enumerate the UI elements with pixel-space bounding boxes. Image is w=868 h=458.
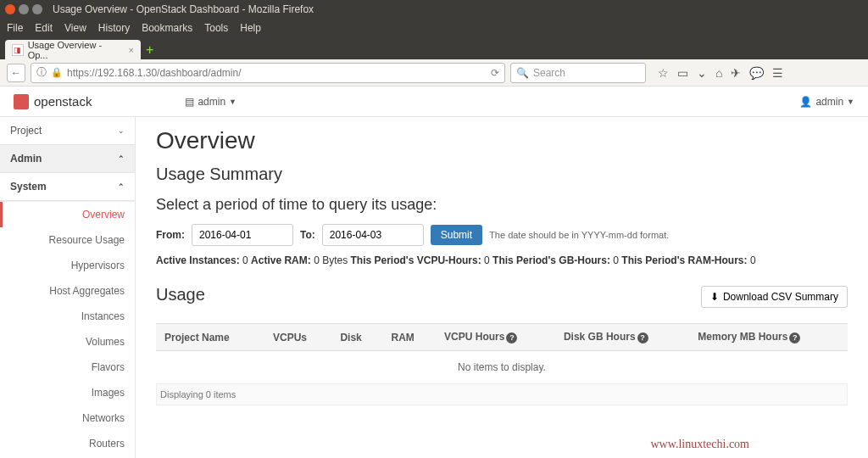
col-disk-gb-hours[interactable]: Disk GB Hours? bbox=[555, 324, 689, 351]
window-maximize-icon[interactable] bbox=[32, 4, 42, 14]
domain-label: admin bbox=[198, 96, 225, 108]
new-tab-button[interactable]: + bbox=[146, 42, 153, 58]
chevron-down-icon: ▼ bbox=[847, 98, 854, 106]
url-text: https://192.168.1.30/dashboard/admin/ bbox=[67, 67, 241, 79]
user-label: admin bbox=[815, 96, 843, 108]
url-bar[interactable]: ⓘ 🔒 https://192.168.1.30/dashboard/admin… bbox=[31, 63, 505, 83]
help-icon[interactable]: ? bbox=[506, 332, 517, 344]
search-icon: 🔍 bbox=[516, 67, 529, 79]
chat-icon[interactable]: 💬 bbox=[749, 66, 764, 80]
query-title: Select a period of time to query its usa… bbox=[156, 196, 848, 214]
sidebar-item-networks[interactable]: Networks bbox=[0, 405, 135, 431]
sidebar-section-admin[interactable]: Admin ⌃ bbox=[0, 145, 135, 173]
info-icon[interactable]: ⓘ bbox=[36, 65, 47, 80]
stats-row: Active Instances: 0 Active RAM: 0 Bytes … bbox=[156, 254, 848, 266]
menu-tools[interactable]: Tools bbox=[204, 22, 228, 34]
sidebar-item-overview[interactable]: Overview bbox=[0, 202, 135, 227]
sidebar-item-routers[interactable]: Routers bbox=[0, 431, 135, 456]
back-button[interactable]: ← bbox=[7, 64, 25, 82]
window-close-icon[interactable] bbox=[5, 4, 15, 14]
window-titlebar: Usage Overview - OpenStack Dashboard - M… bbox=[0, 0, 868, 19]
home-icon[interactable]: ⌂ bbox=[715, 66, 722, 80]
app-menubar: File Edit View History Bookmarks Tools H… bbox=[0, 19, 868, 37]
to-date-input[interactable] bbox=[322, 224, 424, 246]
sidebar-item-instances[interactable]: Instances bbox=[0, 304, 135, 329]
menu-view[interactable]: View bbox=[64, 22, 86, 34]
sidebar-section-project[interactable]: Project ⌄ bbox=[0, 117, 135, 145]
openstack-logo[interactable]: openstack bbox=[14, 94, 92, 109]
sidebar-item-flavors[interactable]: Flavors bbox=[0, 355, 135, 380]
menu-file[interactable]: File bbox=[7, 22, 23, 34]
table-footer: Displaying 0 items bbox=[156, 384, 848, 405]
main-content: Overview Usage Summary Select a period o… bbox=[136, 117, 868, 458]
user-icon: 👤 bbox=[799, 96, 812, 108]
window-title: Usage Overview - OpenStack Dashboard - M… bbox=[53, 3, 314, 15]
from-label: From: bbox=[156, 229, 185, 241]
chevron-down-icon: ▼ bbox=[229, 98, 236, 106]
browser-tabbar: ◨ Usage Overview - Op... × + bbox=[0, 37, 868, 59]
watermark: www.linuxtechi.com bbox=[650, 438, 749, 451]
to-label: To: bbox=[300, 229, 315, 241]
sidebar-item-resource-usage[interactable]: Resource Usage bbox=[0, 227, 135, 253]
send-icon[interactable]: ✈ bbox=[731, 66, 741, 80]
tab-title: Usage Overview - Op... bbox=[28, 40, 122, 60]
help-icon[interactable]: ? bbox=[789, 332, 800, 344]
sidebar-item-hypervisors[interactable]: Hypervisors bbox=[0, 253, 135, 278]
col-memory-mb-hours[interactable]: Memory MB Hours? bbox=[689, 324, 848, 351]
sidebar-item-images[interactable]: Images bbox=[0, 380, 135, 405]
browser-tab[interactable]: ◨ Usage Overview - Op... × bbox=[5, 40, 141, 59]
openstack-logo-icon bbox=[14, 94, 29, 109]
col-vcpu-hours[interactable]: VCPU Hours? bbox=[436, 324, 555, 351]
favicon-icon: ◨ bbox=[12, 44, 24, 56]
col-ram[interactable]: RAM bbox=[382, 324, 436, 351]
table-empty-message: No items to display. bbox=[156, 351, 848, 384]
star-icon[interactable]: ☆ bbox=[658, 66, 669, 80]
date-query-row: From: To: Submit The date should be in Y… bbox=[156, 224, 848, 246]
col-project-name[interactable]: Project Name bbox=[156, 324, 264, 351]
download-csv-button[interactable]: ⬇ Download CSV Summary bbox=[701, 286, 848, 308]
lock-icon[interactable]: 🔒 bbox=[51, 67, 63, 78]
download-icon: ⬇ bbox=[710, 291, 719, 303]
domain-selector[interactable]: ▤ admin ▼ bbox=[185, 96, 236, 108]
chevron-down-icon: ⌄ bbox=[118, 126, 125, 135]
sidebar: Project ⌄ Admin ⌃ System ⌃ Overview Reso… bbox=[0, 117, 136, 458]
sidebar-item-volumes[interactable]: Volumes bbox=[0, 329, 135, 355]
dashboard-topbar: openstack ▤ admin ▼ 👤 admin ▼ bbox=[0, 87, 868, 117]
clipboard-icon[interactable]: ▭ bbox=[677, 66, 688, 80]
brand-text: openstack bbox=[34, 94, 92, 109]
page-title: Overview bbox=[156, 127, 848, 154]
from-date-input[interactable] bbox=[192, 224, 293, 246]
tab-close-icon[interactable]: × bbox=[129, 45, 134, 55]
chevron-up-icon: ⌃ bbox=[118, 182, 125, 191]
user-selector[interactable]: 👤 admin ▼ bbox=[799, 96, 854, 108]
sidebar-item-host-aggregates[interactable]: Host Aggregates bbox=[0, 278, 135, 304]
menu-edit[interactable]: Edit bbox=[35, 22, 53, 34]
window-minimize-icon[interactable] bbox=[19, 4, 29, 14]
col-disk[interactable]: Disk bbox=[331, 324, 382, 351]
usage-summary-heading: Usage Summary bbox=[156, 165, 848, 184]
chevron-up-icon: ⌃ bbox=[118, 154, 125, 163]
submit-button[interactable]: Submit bbox=[431, 225, 482, 245]
domain-icon: ▤ bbox=[185, 96, 194, 108]
browser-navbar: ← ⓘ 🔒 https://192.168.1.30/dashboard/adm… bbox=[0, 59, 868, 87]
col-vcpus[interactable]: VCPUs bbox=[264, 324, 331, 351]
pocket-icon[interactable]: ⌄ bbox=[697, 66, 707, 80]
usage-table: Project Name VCPUs Disk RAM VCPU Hours? … bbox=[156, 323, 848, 384]
usage-heading: Usage bbox=[156, 285, 205, 304]
sidebar-section-system[interactable]: System ⌃ bbox=[0, 173, 135, 201]
reload-icon[interactable]: ⟳ bbox=[491, 67, 499, 79]
help-icon[interactable]: ? bbox=[637, 332, 648, 344]
search-bar[interactable]: 🔍 Search bbox=[510, 63, 646, 83]
menu-bookmarks[interactable]: Bookmarks bbox=[142, 22, 192, 34]
search-placeholder: Search bbox=[533, 67, 565, 79]
hamburger-icon[interactable]: ☰ bbox=[772, 66, 783, 80]
menu-help[interactable]: Help bbox=[240, 22, 261, 34]
date-format-hint: The date should be in YYYY-mm-dd format. bbox=[489, 230, 669, 240]
menu-history[interactable]: History bbox=[98, 22, 130, 34]
